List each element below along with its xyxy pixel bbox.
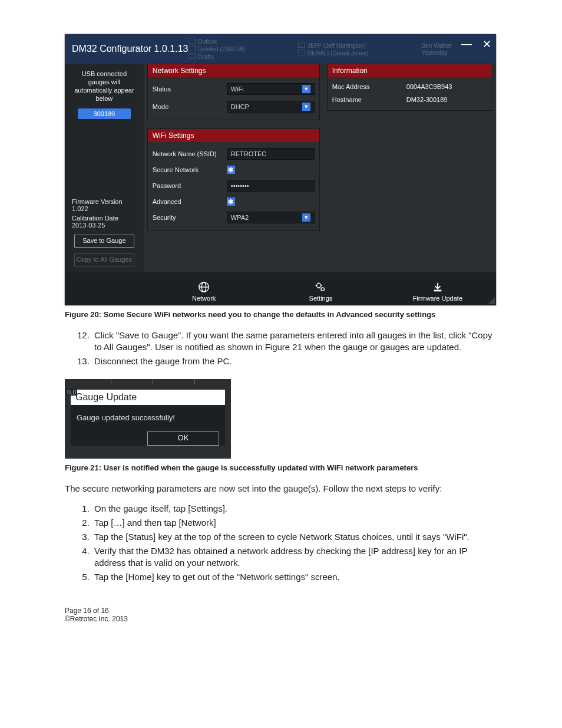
advanced-label: Advanced [153, 198, 222, 205]
dm32-configurator-window: DM32 Configurator 1.0.1.13 Outbox Delete… [65, 34, 496, 305]
information-panel: Information Mac Address 0004A3C9B943 Hos… [327, 64, 492, 111]
status-label: Status [153, 85, 222, 93]
chevron-down-icon: ▼ [302, 85, 310, 93]
footer-copyright: ©Retrotec Inc. 2013 [65, 615, 497, 623]
verify-step-1: On the gauge itself, tap [Settings]. [92, 503, 497, 515]
step-12: Click "Save to Gauge". If you want the s… [92, 330, 497, 353]
mode-label: Mode [153, 103, 222, 110]
verify-step-2: Tap […] and then tap [Network] [92, 517, 497, 529]
save-to-gauge-button[interactable]: Save to Gauge [74, 235, 134, 248]
figure-20-caption: Figure 20: Some Secure WiFi networks nee… [65, 310, 497, 319]
secure-network-checkbox[interactable]: ✱ [227, 166, 235, 174]
window-titlebar: DM32 Configurator 1.0.1.13 Outbox Delete… [65, 34, 496, 64]
wifi-settings-header: WiFi Settings [148, 129, 319, 142]
svg-rect-5 [434, 290, 441, 292]
page-footer: Page 16 of 16 ©Retrotec Inc. 2013 [65, 607, 497, 623]
advanced-checkbox[interactable]: ✱ [227, 197, 235, 206]
ssid-input[interactable]: RETROTEC [227, 148, 315, 160]
ruler-ticks [111, 379, 195, 384]
device-chip[interactable]: 300189 [78, 108, 131, 119]
verify-step-3: Tap the [Status] key at the top of the s… [92, 531, 497, 543]
dialog-title: Gauge Update [71, 390, 225, 405]
sidebar-helper-text: USB connected gauges will automatically … [71, 70, 138, 103]
chevron-down-icon: ▼ [302, 103, 310, 111]
step-13: Disconnect the gauge from the PC. [92, 355, 497, 367]
ssid-label: Network Name (SSID) [153, 150, 222, 157]
globe-icon [197, 281, 210, 294]
window-close-button[interactable]: ✕ [482, 38, 491, 51]
firmware-version-value: 1.022 [65, 205, 88, 212]
verify-steps-list: On the gauge itself, tap [Settings]. Tap… [65, 503, 497, 583]
tab-settings[interactable]: Settings [262, 281, 379, 305]
mac-address-label: Mac Address [332, 83, 402, 90]
figure-21-caption: Figure 21: User is notified when the gau… [65, 463, 497, 472]
password-label: Password [153, 182, 222, 189]
verify-step-4: Verify that the DM32 has obtained a netw… [92, 545, 497, 569]
calibration-date-label: Calibration Date [65, 215, 118, 222]
network-settings-panel: Network Settings Status WiFi ▼ Mode [147, 64, 320, 120]
gears-icon [314, 281, 327, 294]
sidebar: USB connected gauges will automatically … [65, 64, 144, 272]
footer-page-number: Page 16 of 16 [65, 607, 497, 615]
bottom-tab-bar: Network Settings Firmware Update [65, 272, 496, 305]
chevron-down-icon: ▼ [302, 213, 310, 222]
mac-address-value: 0004A3C9B943 [406, 83, 452, 90]
window-title: DM32 Configurator 1.0.1.13 [72, 44, 188, 54]
svg-point-4 [321, 288, 325, 291]
wifi-settings-panel: WiFi Settings Network Name (SSID) RETROT… [147, 129, 320, 231]
instruction-list-upper: Click "Save to Gauge". If you want the s… [65, 330, 497, 367]
download-icon [431, 281, 444, 294]
hostname-value: DM32-300189 [406, 96, 448, 103]
network-settings-header: Network Settings [148, 64, 319, 77]
background-outlook-ghost: Outbox Deleted (239/258) Drafts JEFF (Je… [189, 34, 461, 64]
dialog-message: Gauge updated successfully! [71, 405, 225, 431]
edge-label: 0.0 [66, 388, 77, 396]
mode-select[interactable]: DHCP ▼ [227, 101, 315, 113]
verify-step-5: Tap the [Home] key to get out of the "Ne… [92, 571, 497, 583]
secure-params-paragraph: The secure networking parameters are now… [65, 483, 497, 495]
security-select[interactable]: WPA2 ▼ [227, 212, 315, 223]
copy-to-all-gauges-button[interactable]: Copy to All Gauges [74, 253, 134, 266]
calibration-date-value: 2013-03-25 [65, 222, 105, 229]
password-input[interactable]: •••••••• [227, 180, 315, 192]
resize-grip-icon[interactable] [488, 297, 495, 304]
status-select[interactable]: WiFi ▼ [227, 83, 315, 95]
gauge-update-dialog: Gauge Update Gauge updated successfully!… [71, 390, 225, 446]
hostname-label: Hostname [332, 96, 402, 103]
svg-point-3 [317, 284, 321, 288]
gauge-update-dialog-frame: 0.0 Gauge Update Gauge updated successfu… [65, 379, 231, 459]
security-label: Security [153, 214, 222, 221]
secure-network-label: Secure Network [153, 166, 222, 173]
window-minimize-button[interactable]: — [461, 38, 472, 51]
dialog-ok-button[interactable]: OK [147, 431, 219, 446]
tab-firmware-update[interactable]: Firmware Update [379, 281, 496, 305]
firmware-version-label: Firmware Version [65, 198, 123, 205]
information-header: Information [328, 64, 492, 77]
tab-network[interactable]: Network [146, 281, 262, 305]
